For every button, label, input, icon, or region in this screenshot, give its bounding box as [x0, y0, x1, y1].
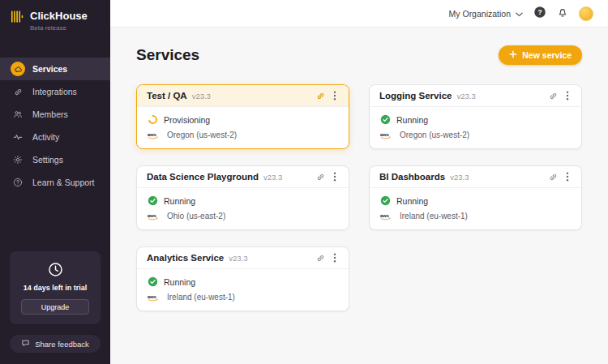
- service-version: v23.3: [192, 92, 211, 101]
- avatar[interactable]: [579, 6, 593, 21]
- service-card-bi-dashboards[interactable]: BI Dashboards v23.3 Running aws Ireland …: [369, 165, 582, 230]
- service-name: Test / QA: [147, 91, 187, 101]
- service-status: Running: [396, 196, 428, 206]
- service-card-test-qa[interactable]: Test / QA v23.3 Provisioning aws Oregon …: [136, 84, 349, 149]
- service-region: Oregon (us-west-2): [167, 131, 237, 139]
- cloud-icon: [11, 62, 25, 76]
- running-status-icon: [379, 195, 391, 206]
- help-button[interactable]: ?: [533, 6, 546, 22]
- main-content: Services New service Test / QA v23.3 Pro…: [110, 28, 608, 364]
- sidebar-item-members[interactable]: Members: [0, 103, 110, 126]
- notifications-button[interactable]: [557, 6, 568, 21]
- sidebar-item-learn-support[interactable]: Learn & Support: [0, 171, 110, 194]
- service-card-logging-service[interactable]: Logging Service v23.3 Running aws Oregon…: [369, 84, 582, 149]
- new-service-button[interactable]: New service: [499, 45, 582, 65]
- service-region: Ohio (us-east-2): [167, 212, 225, 221]
- help-icon: ?: [533, 6, 546, 22]
- organization-name: My Organization: [449, 9, 511, 19]
- kebab-menu-icon[interactable]: [563, 90, 572, 101]
- aws-logo-icon: aws: [147, 131, 161, 139]
- provisioning-status-icon: [147, 114, 158, 125]
- kebab-menu-icon[interactable]: [331, 90, 339, 101]
- aws-logo-icon: aws: [147, 212, 161, 221]
- service-version: v23.3: [456, 92, 475, 101]
- running-status-icon: [379, 114, 391, 125]
- trial-box: 14 days left in trial Upgrade: [10, 251, 101, 324]
- service-card-analytics-service[interactable]: Analytics Service v23.3 Running aws Irel…: [136, 246, 349, 311]
- users-icon: [11, 107, 25, 122]
- service-status: Provisioning: [164, 115, 210, 125]
- sidebar: ClickHouse Beta release Services Integra…: [0, 0, 110, 364]
- service-version: v23.3: [263, 173, 282, 182]
- svg-text:aws: aws: [148, 293, 157, 299]
- sidebar-item-activity[interactable]: Activity: [0, 126, 110, 148]
- question-icon: [11, 175, 25, 190]
- svg-text:?: ?: [537, 7, 542, 15]
- aws-logo-icon: aws: [379, 212, 394, 221]
- service-version: v23.3: [450, 173, 469, 182]
- speech-bubble-icon: [21, 339, 30, 349]
- kebab-menu-icon[interactable]: [331, 171, 339, 182]
- svg-text:aws: aws: [380, 131, 390, 137]
- sidebar-item-settings[interactable]: Settings: [0, 148, 110, 171]
- brand-tagline: Beta release: [30, 24, 88, 32]
- service-region: Ireland (eu-west-1): [167, 293, 235, 302]
- clickhouse-logo-icon: [11, 11, 24, 26]
- connect-link-icon[interactable]: [315, 172, 326, 182]
- plus-icon: [509, 50, 517, 60]
- aws-logo-icon: aws: [147, 293, 161, 302]
- service-name: Analytics Service: [147, 253, 224, 263]
- sidebar-item-services[interactable]: Services: [0, 58, 110, 80]
- activity-icon: [11, 130, 25, 144]
- connect-link-icon[interactable]: [548, 172, 559, 182]
- share-feedback-label: Share feedback: [35, 340, 89, 349]
- service-region: Ireland (eu-west-1): [400, 212, 468, 221]
- bell-icon: [557, 6, 568, 21]
- sidebar-item-integrations[interactable]: Integrations: [0, 80, 110, 103]
- running-status-icon: [147, 195, 158, 206]
- trial-days-text: 14 days left in trial: [16, 284, 94, 292]
- service-status: Running: [164, 277, 195, 287]
- organization-menu[interactable]: My Organization: [449, 9, 523, 19]
- services-grid: Test / QA v23.3 Provisioning aws Oregon …: [136, 84, 582, 311]
- service-status: Running: [396, 115, 428, 125]
- upgrade-button[interactable]: Upgrade: [21, 299, 89, 315]
- service-region: Oregon (us-west-2): [400, 131, 469, 139]
- connect-link-icon[interactable]: [548, 91, 559, 101]
- service-name: Data Science Playground: [147, 172, 259, 182]
- gear-icon: [11, 152, 25, 167]
- link-icon: [11, 84, 25, 99]
- topbar: My Organization ?: [110, 0, 608, 28]
- page-title: Services: [136, 46, 199, 64]
- aws-logo-icon: aws: [379, 131, 394, 139]
- service-name: BI Dashboards: [379, 172, 445, 182]
- kebab-menu-icon[interactable]: [331, 252, 339, 263]
- brand-name: ClickHouse: [30, 11, 88, 22]
- kebab-menu-icon[interactable]: [563, 171, 572, 182]
- new-service-label: New service: [522, 50, 572, 60]
- clock-icon: [16, 261, 94, 278]
- svg-text:aws: aws: [148, 131, 157, 137]
- running-status-icon: [147, 276, 158, 287]
- service-status: Running: [164, 196, 195, 206]
- svg-text:aws: aws: [380, 212, 390, 218]
- sidebar-nav: Services Integrations Members Activity S…: [0, 58, 110, 194]
- connect-link-icon[interactable]: [315, 253, 326, 263]
- service-name: Logging Service: [379, 91, 452, 101]
- chevron-down-icon: [516, 9, 523, 19]
- service-card-data-science-playground[interactable]: Data Science Playground v23.3 Running aw…: [136, 165, 349, 230]
- brand: ClickHouse Beta release: [0, 0, 110, 38]
- connect-link-icon[interactable]: [315, 91, 326, 101]
- service-version: v23.3: [229, 254, 247, 263]
- share-feedback-button[interactable]: Share feedback: [10, 335, 101, 353]
- svg-text:aws: aws: [148, 212, 157, 218]
